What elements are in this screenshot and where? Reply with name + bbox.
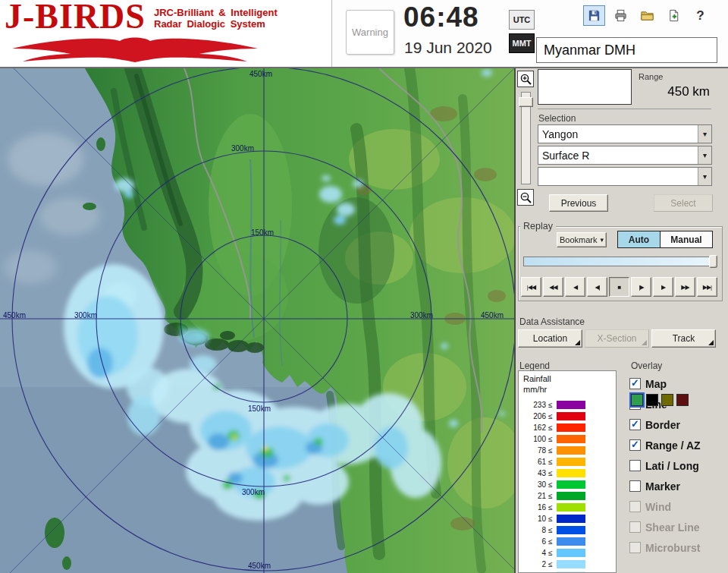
legend-threshold: 2	[520, 560, 546, 568]
overlay-option[interactable]: Map	[629, 373, 728, 394]
chevron-down-icon[interactable]	[698, 125, 711, 143]
lte-symbol: ≤	[548, 458, 553, 466]
legend-row: 61 ≤	[519, 456, 616, 468]
lte-symbol: ≤	[548, 446, 553, 455]
checkbox-icon[interactable]	[629, 501, 641, 512]
utc-button[interactable]: UTC	[509, 10, 535, 30]
open-folder-button[interactable]	[636, 5, 658, 26]
legend-row: 10 ≤	[519, 513, 616, 524]
new-document-button[interactable]	[663, 5, 685, 26]
legend-color-swatch	[557, 537, 585, 546]
lte-symbol: ≤	[548, 480, 553, 489]
zoom-out-icon	[519, 191, 532, 204]
playback-button[interactable]: ◀	[565, 277, 585, 297]
legend-unit-line1: Rainfall	[523, 374, 551, 383]
manual-toggle-button[interactable]: Manual	[660, 231, 713, 248]
overlay-option[interactable]: Shear Line	[629, 517, 728, 537]
playback-controls: |◀◀ ◀◀ ◀ ◀| ■ |▶ ▶ ▶▶ ▶▶|	[521, 277, 717, 297]
playback-button[interactable]: ◀◀	[543, 277, 563, 297]
logo-subtitle: JRC-Brilliant & Intelligent Radar Dialog…	[154, 7, 278, 30]
overlay-option-label: Lati / Long	[645, 460, 699, 472]
data-assistance-label: Data Assistance	[519, 316, 585, 327]
legend-row: 100 ≤	[519, 433, 616, 445]
logo-box: J-BIRDS JRC-Brilliant & Intelligent Rada…	[0, 0, 332, 67]
selection-dropdown[interactable]	[538, 167, 712, 186]
lte-symbol: ≤	[548, 549, 553, 557]
lte-symbol: ≤	[548, 515, 553, 523]
chevron-down-icon[interactable]	[698, 146, 711, 164]
folder-icon	[640, 8, 654, 23]
playback-button[interactable]: |◀◀	[521, 277, 541, 297]
lte-symbol: ≤	[548, 492, 553, 500]
data-assistance-button[interactable]: Track	[651, 329, 716, 348]
replay-title: Replay	[520, 221, 556, 231]
playback-button[interactable]: ▶	[653, 277, 673, 297]
new-document-icon	[667, 8, 681, 23]
warning-button[interactable]: Warning	[346, 10, 394, 55]
map-color-swatch[interactable]	[646, 394, 658, 406]
data-assistance-button-label: Track	[673, 333, 695, 344]
dropdown-value: Yangon	[538, 128, 698, 140]
mmt-button[interactable]: MMT	[509, 33, 535, 53]
site-preview-box	[538, 69, 632, 105]
checkbox-icon[interactable]	[629, 480, 641, 492]
legend-row: 1 ≤	[519, 570, 616, 573]
station-name-field[interactable]: Myanmar DMH	[536, 37, 717, 63]
zoom-in-button[interactable]	[517, 71, 534, 87]
chevron-down-icon[interactable]	[698, 168, 711, 185]
auto-toggle-button[interactable]: Auto	[617, 231, 661, 248]
legend-row: 21 ≤	[519, 490, 616, 502]
help-button[interactable]: ?	[689, 5, 711, 26]
lte-symbol: ≤	[548, 435, 553, 443]
legend-threshold: 206	[520, 412, 546, 420]
legend-color-swatch	[557, 401, 585, 409]
replay-timeline-slider[interactable]	[523, 257, 717, 266]
playback-button[interactable]: ■	[609, 277, 629, 297]
playback-button[interactable]: ◀|	[587, 277, 607, 297]
playback-button[interactable]: |▶	[631, 277, 651, 297]
checkbox-icon[interactable]	[629, 378, 641, 389]
playback-button[interactable]: ▶▶|	[697, 277, 717, 297]
checkbox-icon[interactable]	[629, 542, 641, 553]
overlay-option[interactable]: Microburst	[629, 537, 728, 558]
checkbox-icon[interactable]	[629, 521, 641, 533]
replay-group: Replay Bookmark Auto Manual |◀◀ ◀◀ ◀ ◀|	[518, 226, 723, 301]
warning-label: Warning	[352, 27, 388, 38]
map-color-swatch[interactable]	[661, 394, 673, 406]
overlay-option[interactable]: Range / AZ	[629, 435, 728, 455]
playback-button[interactable]: ▶▶	[675, 277, 695, 297]
legend-color-swatch	[557, 560, 585, 568]
overlay-option[interactable]: Marker	[629, 476, 728, 496]
clock-date: 19 Jun 2020	[404, 39, 492, 57]
save-button[interactable]	[583, 5, 605, 26]
timeline-slider-thumb[interactable]	[709, 255, 717, 268]
legend-color-swatch	[557, 435, 585, 443]
selection-dropdown[interactable]: Yangon	[538, 124, 712, 143]
legend-row: 6 ≤	[519, 536, 616, 547]
print-button[interactable]	[610, 5, 632, 26]
data-assistance-button-label: Location	[533, 333, 567, 344]
dropdown-value: Surface R	[538, 150, 698, 162]
map-color-swatch[interactable]	[676, 394, 689, 406]
radar-map[interactable]: 450km 300km 150km 150km 300km 450km 450k…	[0, 68, 514, 573]
toolbar: ?	[583, 5, 711, 26]
overlay-option-label: Wind	[645, 501, 671, 513]
data-assistance-button[interactable]: Location	[518, 329, 582, 348]
legend-row: 78 ≤	[519, 445, 616, 456]
overlay-option[interactable]: Lati / Long	[629, 455, 728, 476]
legend-color-swatch	[557, 503, 585, 512]
zoom-slider-thumb[interactable]	[519, 97, 533, 107]
app-logo-title: J-BIRDS	[5, 0, 146, 38]
data-assistance-button[interactable]: X-Section	[585, 329, 649, 348]
zoom-out-button[interactable]	[517, 189, 534, 206]
checkbox-icon[interactable]	[629, 439, 641, 451]
map-color-swatch[interactable]	[631, 394, 643, 406]
bookmark-button[interactable]: Bookmark	[557, 232, 607, 247]
overlay-option[interactable]: Border	[629, 414, 728, 435]
checkbox-icon[interactable]	[629, 419, 641, 430]
legend-threshold: 30	[520, 480, 546, 489]
overlay-option[interactable]: Wind	[629, 496, 728, 517]
checkbox-icon[interactable]	[629, 460, 641, 471]
previous-button[interactable]: Previous	[549, 194, 608, 212]
selection-dropdown[interactable]: Surface R	[538, 146, 712, 165]
